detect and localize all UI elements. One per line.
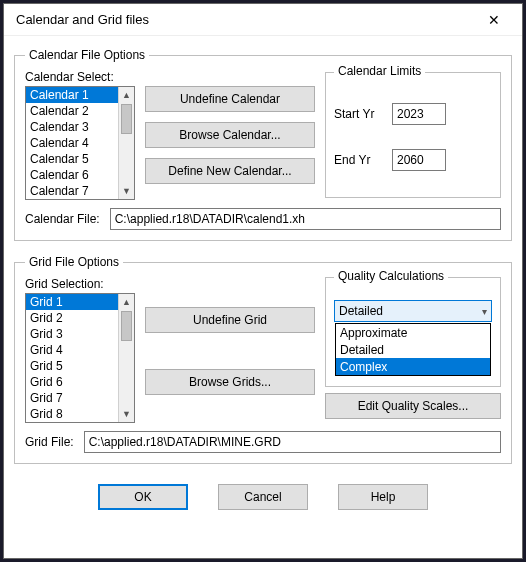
cancel-button[interactable]: Cancel	[218, 484, 308, 510]
calendar-file-label: Calendar File:	[25, 212, 100, 226]
list-item[interactable]: Calendar 2	[26, 103, 118, 119]
calendar-file-options: Calendar File Options Calendar Select: C…	[14, 48, 512, 241]
list-item[interactable]: Calendar 4	[26, 135, 118, 151]
grid-select-label: Grid Selection:	[25, 277, 135, 291]
list-item[interactable]: Grid 8	[26, 406, 118, 422]
calendar-file-input[interactable]	[110, 208, 501, 230]
scroll-thumb[interactable]	[121, 104, 132, 134]
calendar-select-col: Calendar Select: Calendar 1 Calendar 2 C…	[25, 70, 135, 200]
start-year-input[interactable]	[392, 103, 446, 125]
close-icon: ✕	[488, 12, 500, 28]
list-item[interactable]: Grid 6	[26, 374, 118, 390]
list-item[interactable]: Grid 1	[26, 294, 118, 310]
grid-file-input[interactable]	[84, 431, 501, 453]
grid-legend: Grid File Options	[25, 255, 123, 269]
list-item[interactable]: Calendar 1	[26, 87, 118, 103]
list-item[interactable]: Grid 3	[26, 326, 118, 342]
start-year-row: Start Yr	[334, 103, 492, 125]
window-title: Calendar and Grid files	[16, 12, 474, 27]
calendar-listbox[interactable]: Calendar 1 Calendar 2 Calendar 3 Calenda…	[25, 86, 135, 200]
end-year-row: End Yr	[334, 149, 492, 171]
quality-dropdown[interactable]: Detailed ▾ Approximate Detailed Complex	[334, 300, 492, 322]
help-button[interactable]: Help	[338, 484, 428, 510]
calendar-limits-legend: Calendar Limits	[334, 64, 425, 78]
list-item[interactable]: Grid 2	[26, 310, 118, 326]
calendar-row: Calendar Select: Calendar 1 Calendar 2 C…	[25, 70, 501, 200]
grid-file-label: Grid File:	[25, 435, 74, 449]
list-item[interactable]: Grid 4	[26, 342, 118, 358]
grid-select-col: Grid Selection: Grid 1 Grid 2 Grid 3 Gri…	[25, 277, 135, 423]
scroll-up-icon[interactable]: ▲	[119, 87, 134, 103]
list-item[interactable]: Grid 7	[26, 390, 118, 406]
end-year-label: End Yr	[334, 153, 384, 167]
grid-listbox[interactable]: Grid 1 Grid 2 Grid 3 Grid 4 Grid 5 Grid …	[25, 293, 135, 423]
browse-calendar-button[interactable]: Browse Calendar...	[145, 122, 315, 148]
calendar-select-label: Calendar Select:	[25, 70, 135, 84]
quality-selected: Detailed	[339, 304, 383, 318]
quality-legend: Quality Calculations	[334, 269, 448, 283]
list-item[interactable]: Grid 5	[26, 358, 118, 374]
scroll-up-icon[interactable]: ▲	[119, 294, 134, 310]
quality-calculations-group: Quality Calculations Detailed ▾ Approxim…	[325, 277, 501, 423]
quality-inner: Quality Calculations Detailed ▾ Approxim…	[325, 277, 501, 387]
grid-list-items: Grid 1 Grid 2 Grid 3 Grid 4 Grid 5 Grid …	[26, 294, 118, 422]
edit-quality-scales-button[interactable]: Edit Quality Scales...	[325, 393, 501, 419]
start-year-label: Start Yr	[334, 107, 384, 121]
close-button[interactable]: ✕	[474, 6, 514, 34]
calendar-file-row: Calendar File:	[25, 208, 501, 230]
dialog-window: Calendar and Grid files ✕ Calendar File …	[3, 3, 523, 559]
scroll-down-icon[interactable]: ▼	[119, 406, 134, 422]
list-item[interactable]: Calendar 3	[26, 119, 118, 135]
ok-button[interactable]: OK	[98, 484, 188, 510]
calendar-legend: Calendar File Options	[25, 48, 149, 62]
grid-buttons: Undefine Grid Browse Grids...	[145, 277, 315, 423]
define-new-calendar-button[interactable]: Define New Calendar...	[145, 158, 315, 184]
undefine-calendar-button[interactable]: Undefine Calendar	[145, 86, 315, 112]
calendar-list-items: Calendar 1 Calendar 2 Calendar 3 Calenda…	[26, 87, 118, 199]
calendar-buttons: Undefine Calendar Browse Calendar... Def…	[145, 70, 315, 200]
grid-row: Grid Selection: Grid 1 Grid 2 Grid 3 Gri…	[25, 277, 501, 423]
chevron-down-icon: ▾	[482, 306, 487, 317]
grid-file-options: Grid File Options Grid Selection: Grid 1…	[14, 255, 512, 464]
list-item[interactable]: Calendar 6	[26, 167, 118, 183]
end-year-input[interactable]	[392, 149, 446, 171]
titlebar: Calendar and Grid files ✕	[4, 4, 522, 36]
grid-file-row: Grid File:	[25, 431, 501, 453]
scroll-thumb[interactable]	[121, 311, 132, 341]
browse-grids-button[interactable]: Browse Grids...	[145, 369, 315, 395]
content: Calendar File Options Calendar Select: C…	[4, 36, 522, 558]
calendar-limits-group: Calendar Limits Start Yr End Yr	[325, 72, 501, 198]
list-item[interactable]: Calendar 5	[26, 151, 118, 167]
quality-dropdown-list: Approximate Detailed Complex	[335, 323, 491, 376]
dialog-footer: OK Cancel Help	[14, 472, 512, 514]
scrollbar[interactable]: ▲ ▼	[118, 87, 134, 199]
undefine-grid-button[interactable]: Undefine Grid	[145, 307, 315, 333]
scrollbar[interactable]: ▲ ▼	[118, 294, 134, 422]
quality-option[interactable]: Complex	[336, 358, 490, 375]
scroll-down-icon[interactable]: ▼	[119, 183, 134, 199]
list-item[interactable]: Calendar 7	[26, 183, 118, 199]
quality-option[interactable]: Detailed	[336, 341, 490, 358]
quality-option[interactable]: Approximate	[336, 324, 490, 341]
